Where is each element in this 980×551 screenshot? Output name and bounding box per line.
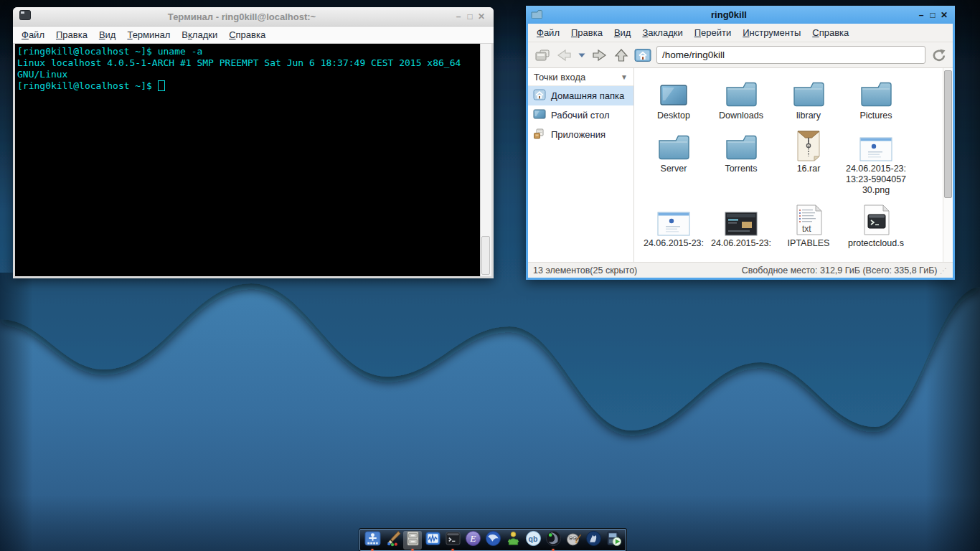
running-indicator (452, 549, 454, 551)
sidebar-item-рабочий-стол[interactable]: Рабочий стол (528, 105, 633, 125)
file-item[interactable]: Pictures (842, 75, 910, 121)
file-item[interactable]: Server (640, 128, 707, 196)
menu-item-закладки[interactable]: Закладки (636, 26, 688, 39)
chat-client-icon (545, 530, 562, 550)
chevron-down-icon[interactable]: ▼ (621, 73, 628, 81)
file-manager-toolbar: /home/ring0kill (528, 42, 953, 68)
dock-item-emacs[interactable]: E (463, 531, 482, 550)
menu-item-правка[interactable]: Правка (565, 26, 608, 39)
sidebar-item-домашняя-папка[interactable]: Домашняя папка (528, 86, 633, 105)
dock-item-thunderbird[interactable] (484, 531, 502, 550)
file-item[interactable]: 24.06.2015-23:13:23-590405730.png (842, 128, 910, 196)
menu-item-перейти[interactable]: Перейти (689, 26, 738, 39)
desktop-icon (533, 109, 546, 121)
close-button[interactable]: ✕ (938, 10, 950, 20)
dock-item-chat-client[interactable] (544, 531, 562, 550)
home-button[interactable] (634, 48, 651, 62)
resize-grip[interactable]: ⋰ (940, 267, 948, 275)
status-items-count: 13 элементов(25 скрыто) (533, 265, 637, 276)
reload-button[interactable] (930, 48, 946, 62)
places-sidebar: Точки входа ▼ Домашняя папкаРабочий стол… (528, 68, 634, 262)
file-label: Desktop (657, 110, 690, 121)
up-button[interactable] (613, 48, 629, 62)
sidebar-item-label: Рабочий стол (551, 110, 610, 121)
status-free-space: Свободное место: 312,9 ГиБ (Всего: 335,8… (742, 265, 938, 276)
file-item[interactable]: protectcloud.s (842, 203, 910, 249)
dock-item-web-browser[interactable] (584, 531, 603, 550)
file-item[interactable]: library (775, 75, 842, 121)
sidebar-item-приложения[interactable]: Приложения (528, 125, 633, 144)
dock-item-file-manager[interactable] (403, 531, 422, 550)
dock-item-user-manager[interactable] (504, 531, 522, 550)
new-tab-button[interactable] (534, 49, 550, 62)
menu-item-файл[interactable]: Файл (531, 26, 565, 39)
minimize-button[interactable]: – (915, 10, 927, 20)
terminal-window[interactable]: Терминал - ring0kill@localhost:~ – □ ✕ Ф… (13, 7, 494, 278)
sidebar-header[interactable]: Точки входа ▼ (528, 68, 633, 86)
dock-item-system-monitor[interactable] (423, 531, 442, 550)
file-manager-titlebar[interactable]: ring0kill – □ ✕ (526, 6, 955, 24)
svg-text:qb: qb (528, 534, 537, 543)
user-manager-icon (505, 530, 522, 550)
maximize-button[interactable]: □ (464, 11, 476, 22)
menu-item-инструменты[interactable]: Инструменты (737, 26, 806, 39)
image-light-file-icon (859, 128, 892, 161)
file-item[interactable]: 24.06.2015-23: (707, 203, 775, 249)
path-input[interactable]: /home/ring0kill (656, 46, 925, 64)
file-label: Pictures (859, 110, 892, 121)
menu-item-справка[interactable]: Справка (223, 28, 271, 42)
dock-item-media-player[interactable] (604, 531, 623, 550)
maximize-button[interactable]: □ (927, 10, 938, 20)
file-label: Downloads (719, 110, 763, 121)
archive-file-icon (794, 128, 823, 161)
menu-item-вид[interactable]: Вид (93, 28, 122, 42)
dock-item-terminal[interactable] (443, 531, 462, 550)
file-item[interactable]: 16.rar (775, 128, 842, 196)
menu-item-справка[interactable]: Справка (806, 26, 854, 39)
media-player-icon (606, 530, 622, 550)
file-item[interactable]: txtIPTABLES (775, 203, 842, 249)
close-button[interactable]: ✕ (476, 11, 487, 22)
history-dropdown[interactable] (578, 52, 586, 58)
dock-item-appearance-settings[interactable] (383, 531, 402, 550)
terminal-titlebar[interactable]: Терминал - ring0kill@localhost:~ – □ ✕ (13, 7, 494, 27)
file-item[interactable]: Desktop (640, 75, 707, 121)
qbittorrent-icon: qb (525, 530, 542, 550)
dock-item-qbittorrent[interactable]: qb (524, 531, 542, 550)
application-finder-icon (364, 530, 381, 550)
menu-item-вид[interactable]: Вид (608, 26, 637, 39)
minimize-button[interactable]: – (453, 11, 464, 22)
file-label: Server (661, 164, 687, 174)
gimp-icon (565, 530, 582, 550)
folder-file-icon (792, 75, 825, 108)
desktop[interactable]: Терминал - ring0kill@localhost:~ – □ ✕ Ф… (0, 0, 980, 551)
file-label: 16.rar (797, 164, 821, 174)
status-bar: 13 элементов(25 скрыто) Свободное место:… (528, 262, 953, 278)
icon-view[interactable]: DesktopDownloadslibraryPicturesServerTor… (634, 68, 953, 262)
dock-item-application-finder[interactable] (363, 531, 382, 550)
menu-item-терминал[interactable]: Терминал (121, 28, 176, 42)
file-item[interactable]: Downloads (707, 75, 775, 121)
folder-app-icon (531, 9, 542, 22)
menu-item-вкладки[interactable]: Вкладки (176, 28, 223, 42)
back-button[interactable] (555, 48, 573, 62)
menu-item-файл[interactable]: Файл (16, 28, 50, 42)
forward-button[interactable] (591, 48, 608, 62)
terminal-screen[interactable]: [ring0kill@localhost ~]$ uname -aLinux l… (15, 44, 480, 276)
appearance-settings-icon (385, 530, 401, 550)
terminal-scrollbar-thumb[interactable] (481, 236, 490, 275)
file-item[interactable]: Torrents (707, 128, 775, 196)
file-manager-window[interactable]: ring0kill – □ ✕ ФайлПравкаВидЗакладкиПер… (526, 6, 955, 280)
thunderbird-icon (485, 530, 501, 550)
file-item[interactable]: 24.06.2015-23: (640, 203, 707, 249)
file-manager-title: ring0kill (542, 9, 915, 20)
terminal-prompt-line: [ring0kill@localhost ~]$ (17, 80, 478, 92)
file-label: library (796, 110, 821, 121)
terminal-app-icon (19, 10, 31, 23)
terminal-scrollbar[interactable] (480, 44, 491, 276)
svg-text:txt: txt (802, 224, 811, 234)
menu-item-правка[interactable]: Правка (50, 28, 93, 42)
dock-item-gimp[interactable] (564, 531, 583, 550)
file-view-scrollbar-thumb[interactable] (944, 70, 952, 198)
file-view-scrollbar[interactable] (943, 68, 953, 262)
